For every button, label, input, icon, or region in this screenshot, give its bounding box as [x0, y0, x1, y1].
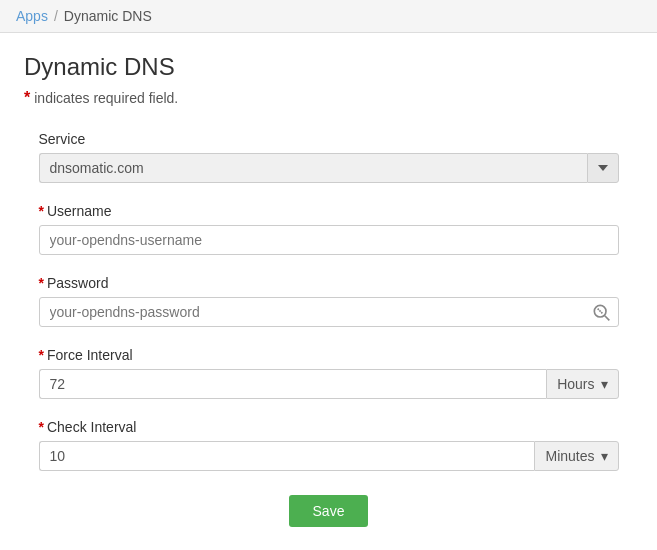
service-label: Service [39, 131, 619, 147]
username-label: * Username [39, 203, 619, 219]
service-dropdown-wrapper [39, 153, 619, 183]
service-dropdown-button[interactable] [587, 153, 619, 183]
username-input[interactable] [39, 225, 619, 255]
password-label: * Password [39, 275, 619, 291]
check-interval-group: * Check Interval Minutes ▾ [39, 419, 619, 471]
chevron-down-icon [598, 165, 608, 171]
force-interval-group: * Force Interval Hours ▾ [39, 347, 619, 399]
force-interval-label: * Force Interval [39, 347, 619, 363]
password-wrapper [39, 297, 619, 327]
required-notice-text: indicates required field. [34, 90, 178, 106]
password-visibility-icon[interactable] [591, 302, 611, 322]
form-section: Service * Username * Password [39, 131, 619, 527]
force-interval-label-text: Force Interval [47, 347, 133, 363]
svg-line-2 [597, 309, 602, 314]
required-notice: * indicates required field. [24, 89, 633, 107]
check-interval-unit-label: Minutes [545, 448, 594, 464]
force-interval-required-star: * [39, 347, 44, 363]
breadcrumb-bar: Apps / Dynamic DNS [0, 0, 657, 33]
check-interval-input-group: Minutes ▾ [39, 441, 619, 471]
password-input[interactable] [39, 297, 619, 327]
check-interval-required-star: * [39, 419, 44, 435]
check-interval-chevron-icon: ▾ [601, 448, 608, 464]
service-input[interactable] [39, 153, 587, 183]
force-interval-unit-label: Hours [557, 376, 594, 392]
password-group: * Password [39, 275, 619, 327]
force-interval-unit-dropdown[interactable]: Hours ▾ [546, 369, 618, 399]
check-interval-input[interactable] [39, 441, 535, 471]
breadcrumb-current: Dynamic DNS [64, 8, 152, 24]
breadcrumb-apps-link[interactable]: Apps [16, 8, 48, 24]
required-star-notice: * [24, 89, 30, 107]
force-interval-input-group: Hours ▾ [39, 369, 619, 399]
username-label-text: Username [47, 203, 112, 219]
check-interval-unit-dropdown[interactable]: Minutes ▾ [534, 441, 618, 471]
main-content: Dynamic DNS * indicates required field. … [0, 33, 657, 547]
service-label-text: Service [39, 131, 86, 147]
page-title: Dynamic DNS [24, 53, 633, 81]
force-interval-chevron-icon: ▾ [601, 376, 608, 392]
service-group: Service [39, 131, 619, 183]
force-interval-input[interactable] [39, 369, 547, 399]
check-interval-label: * Check Interval [39, 419, 619, 435]
breadcrumb-separator: / [54, 8, 58, 24]
username-required-star: * [39, 203, 44, 219]
password-required-star: * [39, 275, 44, 291]
check-interval-label-text: Check Interval [47, 419, 136, 435]
password-label-text: Password [47, 275, 108, 291]
save-button[interactable]: Save [289, 495, 369, 527]
username-group: * Username [39, 203, 619, 255]
svg-line-1 [604, 316, 609, 321]
